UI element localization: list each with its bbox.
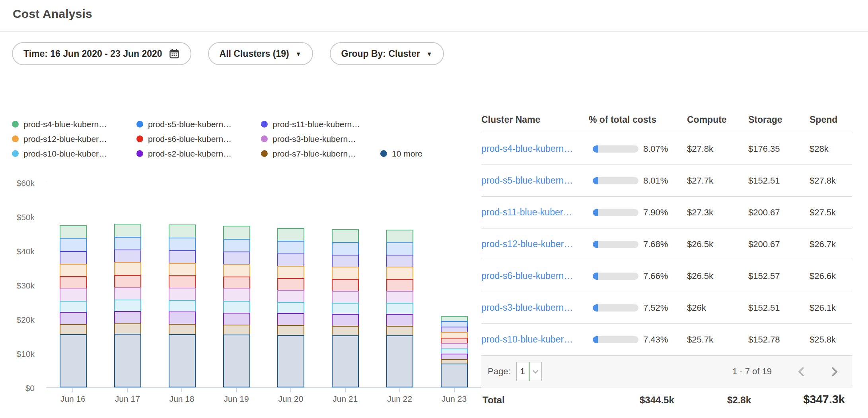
- legend-item[interactable]: prod-s12-blue-kuber…: [12, 132, 136, 146]
- bar-segment[interactable]: [386, 242, 413, 255]
- legend-item[interactable]: prod-s2-blue-kubern…: [136, 146, 261, 161]
- bar-segment[interactable]: [223, 288, 250, 302]
- bar-segment[interactable]: [60, 251, 87, 265]
- bar-segment[interactable]: [114, 224, 141, 238]
- bar-segment[interactable]: [114, 300, 141, 312]
- bar-segment[interactable]: [223, 252, 250, 265]
- bar-segment[interactable]: [60, 238, 87, 252]
- bar-segment[interactable]: [277, 241, 304, 254]
- bar-segment[interactable]: [223, 301, 250, 313]
- bar-segment[interactable]: [277, 266, 304, 279]
- legend-item[interactable]: prod-s11-blue-kubern…: [261, 117, 380, 132]
- bar-segment[interactable]: [223, 325, 250, 335]
- bar-segment[interactable]: [332, 303, 359, 315]
- bar-segment[interactable]: [386, 279, 413, 292]
- bar-segment[interactable]: [386, 303, 413, 315]
- bar-segment[interactable]: [169, 263, 196, 276]
- bar-segment[interactable]: [277, 254, 304, 267]
- bar-segment[interactable]: [114, 275, 141, 288]
- group-by-dropdown[interactable]: Group By: Cluster ▼: [330, 42, 444, 65]
- time-range-filter[interactable]: Time: 16 Jun 2020 - 23 Jun 2020: [12, 42, 191, 65]
- cluster-name-link[interactable]: prod-s10-blue-kuber…: [481, 334, 589, 345]
- bar-segment[interactable]: [60, 276, 87, 289]
- stacked-bar[interactable]: [441, 316, 468, 388]
- bar-segment[interactable]: [60, 312, 87, 325]
- bar-segment[interactable]: [332, 255, 359, 268]
- cluster-name-link[interactable]: prod-s5-blue-kubern…: [481, 175, 589, 186]
- bar-segment[interactable]: [386, 335, 413, 387]
- bar-segment[interactable]: [169, 300, 196, 312]
- bar-segment[interactable]: [169, 238, 196, 252]
- page-select[interactable]: 1: [516, 362, 542, 381]
- legend-item[interactable]: prod-s5-blue-kubern…: [136, 117, 261, 132]
- bar-segment[interactable]: [114, 237, 141, 251]
- clusters-filter-dropdown[interactable]: All Clusters (19) ▼: [208, 42, 313, 65]
- bar-segment[interactable]: [386, 326, 413, 336]
- cluster-name-link[interactable]: prod-s3-blue-kubern…: [481, 302, 589, 313]
- bar-segment[interactable]: [60, 324, 87, 335]
- bar-segment[interactable]: [277, 335, 304, 387]
- bar-segment[interactable]: [332, 267, 359, 279]
- bar-segment[interactable]: [169, 312, 196, 325]
- bar-segment[interactable]: [332, 326, 359, 336]
- bar-segment[interactable]: [223, 226, 250, 240]
- bar-segment[interactable]: [169, 324, 196, 335]
- bar-segment[interactable]: [277, 313, 304, 326]
- previous-page-icon[interactable]: [798, 367, 808, 376]
- bar-segment[interactable]: [332, 335, 359, 387]
- bar-segment[interactable]: [223, 264, 250, 277]
- legend-item[interactable]: prod-s10-blue-kuber…: [12, 146, 136, 161]
- bar-segment[interactable]: [114, 287, 141, 300]
- bar-segment[interactable]: [169, 224, 196, 238]
- bar-segment[interactable]: [441, 364, 468, 387]
- bar-segment[interactable]: [386, 314, 413, 327]
- bar-segment[interactable]: [60, 334, 87, 387]
- bar-segment[interactable]: [277, 278, 304, 291]
- bar-segment[interactable]: [114, 323, 141, 335]
- bar-segment[interactable]: [332, 314, 359, 327]
- bar-segment[interactable]: [386, 291, 413, 304]
- bar-segment[interactable]: [114, 334, 141, 387]
- bar-segment[interactable]: [223, 313, 250, 325]
- cluster-name-link[interactable]: prod-s11-blue-kuber…: [481, 207, 589, 218]
- bar-segment[interactable]: [60, 288, 87, 302]
- bar-segment[interactable]: [386, 230, 413, 243]
- legend-item[interactable]: 10 more: [380, 146, 460, 161]
- bar-segment[interactable]: [169, 250, 196, 264]
- bar-segment[interactable]: [114, 262, 141, 276]
- next-page-icon[interactable]: [828, 367, 837, 376]
- bar-segment[interactable]: [386, 267, 413, 279]
- legend-item[interactable]: prod-s4-blue-kubern…: [12, 117, 136, 132]
- stacked-bar[interactable]: [169, 224, 196, 387]
- stacked-bar[interactable]: [223, 226, 250, 387]
- bar-segment[interactable]: [223, 335, 250, 387]
- cluster-name-link[interactable]: prod-s6-blue-kubern…: [481, 271, 589, 281]
- legend-item[interactable]: prod-s6-blue-kubern…: [136, 132, 261, 146]
- bar-segment[interactable]: [60, 225, 87, 239]
- bar-segment[interactable]: [277, 325, 304, 336]
- stacked-bar[interactable]: [114, 224, 141, 387]
- bar-segment[interactable]: [223, 239, 250, 252]
- bar-segment[interactable]: [386, 255, 413, 268]
- bar-segment[interactable]: [60, 301, 87, 313]
- stacked-bar[interactable]: [277, 228, 304, 387]
- bar-segment[interactable]: [223, 277, 250, 290]
- legend-item[interactable]: prod-s3-blue-kubern…: [261, 132, 380, 146]
- bar-segment[interactable]: [277, 302, 304, 314]
- bar-segment[interactable]: [114, 250, 141, 263]
- bar-segment[interactable]: [277, 290, 304, 303]
- stacked-bar[interactable]: [386, 230, 413, 387]
- bar-segment[interactable]: [169, 288, 196, 301]
- bar-segment[interactable]: [277, 228, 304, 242]
- legend-item[interactable]: prod-s7-blue-kubern…: [261, 146, 380, 161]
- bar-segment[interactable]: [114, 311, 141, 324]
- bar-segment[interactable]: [169, 275, 196, 288]
- bar-segment[interactable]: [332, 242, 359, 255]
- stacked-bar[interactable]: [60, 225, 87, 387]
- bar-segment[interactable]: [169, 334, 196, 387]
- cluster-name-link[interactable]: prod-s4-blue-kubern…: [481, 143, 589, 154]
- bar-segment[interactable]: [60, 264, 87, 277]
- stacked-bar[interactable]: [332, 229, 359, 387]
- cluster-name-link[interactable]: prod-s12-blue-kuber…: [481, 239, 589, 250]
- bar-segment[interactable]: [332, 229, 359, 243]
